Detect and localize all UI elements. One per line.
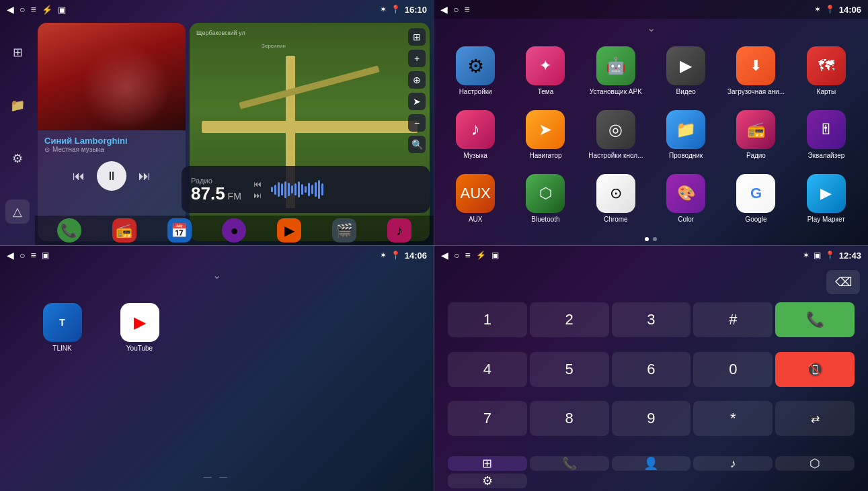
app-files[interactable]: 📁 Проводник [651, 103, 721, 167]
playmarket-icon: ▶ [807, 174, 846, 213]
app-theme[interactable]: ✦ Тема [510, 40, 580, 103]
quadrant-app-grid: ◀ ○ ≡ ✶ 📍 14:06 ⌄ ⚙ Настройки ✦ Тема 🤖 У… [434, 0, 868, 245]
back-icon-q2[interactable]: ◀ [440, 4, 448, 15]
music-source-icon: ⊙ [44, 146, 50, 153]
menu-icon-q4[interactable]: ≡ [465, 250, 470, 261]
menu-icon-q1[interactable]: ≡ [30, 4, 36, 15]
app-steer[interactable]: ◎ Настройки кнол... [581, 103, 651, 167]
dial-7[interactable]: 7 [448, 401, 527, 436]
app-nav[interactable]: ➤ Навигатор [510, 103, 580, 167]
sidebar-equalizer[interactable]: ⊞ [5, 40, 30, 64]
dialpad-tab-calls[interactable]: 📞 [530, 456, 609, 471]
music-album-art [38, 23, 186, 130]
dock-playstore[interactable]: ▶ [277, 218, 301, 242]
dialpad-tab-settings[interactable]: ⚙ [448, 474, 527, 488]
home-icon-q2[interactable]: ○ [453, 4, 459, 15]
map-zoom-in-btn[interactable]: − [408, 114, 426, 132]
dialpad-tab-contacts[interactable]: 👤 [612, 456, 691, 471]
files-icon: 📁 [666, 110, 705, 149]
dial-call[interactable]: 📞 [775, 302, 855, 337]
app-youtube[interactable]: ▶ YouTube [104, 299, 175, 357]
launcher-app-grid: T TLINK ▶ YouTube [0, 285, 434, 370]
prev-button[interactable]: ⏮ [73, 169, 85, 183]
back-icon-q1[interactable]: ◀ [7, 4, 14, 15]
dial-9[interactable]: 9 [612, 401, 691, 436]
dial-hash[interactable]: # [693, 302, 773, 337]
dial-5[interactable]: 5 [530, 352, 609, 387]
dial-1[interactable]: 1 [448, 302, 527, 337]
dial-star[interactable]: * [693, 401, 773, 436]
app-google[interactable]: G Google [721, 167, 791, 230]
radio-next-btn[interactable]: ⏭ [253, 191, 262, 200]
wave-bar-4 [281, 183, 283, 195]
dialpad-tab-keypad[interactable]: ⊞ [448, 456, 527, 471]
home-icon-q1[interactable]: ○ [19, 4, 25, 15]
backspace-button[interactable]: ⌫ [826, 270, 860, 294]
back-icon-q4[interactable]: ◀ [441, 250, 448, 261]
menu-icon-q3[interactable]: ≡ [30, 250, 36, 261]
dial-8[interactable]: 8 [530, 401, 609, 436]
radio-prev-next: ⏮ ⏭ [253, 179, 262, 200]
radio-icon: 📻 [736, 110, 775, 149]
radio-frequency: 87.5 [191, 185, 225, 202]
map-label-2: Зерсилин [262, 43, 286, 49]
sidebar-settings[interactable]: ⚙ [5, 146, 30, 171]
dial-0[interactable]: 0 [693, 352, 773, 387]
dialpad-tab-music[interactable]: ♪ [693, 456, 773, 471]
menu-icon-q2[interactable]: ≡ [464, 4, 469, 15]
app-eq[interactable]: 🎚 Эквалайзер [791, 103, 861, 167]
radio-band: FM [228, 191, 241, 202]
wave-bar-10 [301, 184, 303, 195]
app-bluetooth[interactable]: ⬡ Bluetooth [510, 167, 580, 230]
wave-bar-13 [311, 185, 313, 194]
app-radio[interactable]: 📻 Радио [721, 103, 791, 167]
app-loader[interactable]: ⬇ Загрузочная ани... [721, 40, 791, 103]
dialpad-tab-bluetooth[interactable]: ⬡ [775, 456, 855, 471]
steer-label: Настройки кнол... [588, 152, 643, 160]
dock-apps[interactable]: 📅 [167, 218, 192, 242]
sidebar-folder[interactable]: 📁 [5, 93, 30, 118]
map-recenter-btn[interactable]: ⊕ [408, 71, 426, 89]
map-layers-btn[interactable]: ⊞ [408, 28, 426, 46]
app-video[interactable]: ▶ Видео [651, 40, 721, 103]
map-search-btn[interactable]: 🔍 [408, 136, 426, 153]
wave-bar-14 [315, 182, 317, 197]
dock-radio[interactable]: 📻 [112, 218, 136, 242]
wave-bar-6 [288, 183, 290, 196]
next-button[interactable]: ⏭ [139, 169, 151, 183]
app-playmarket[interactable]: ▶ Play Маркет [791, 167, 861, 230]
app-tlink[interactable]: T TLINK [27, 299, 97, 357]
scroll-down-indicator-q2[interactable]: ⌄ [434, 19, 868, 37]
back-icon-q3[interactable]: ◀ [7, 250, 14, 261]
radio-prev-btn[interactable]: ⏮ [253, 179, 262, 189]
wave-bar-3 [278, 182, 280, 197]
dial-3[interactable]: 3 [612, 302, 691, 337]
play-pause-button[interactable]: ⏸ [97, 161, 126, 191]
home-icon-q4[interactable]: ○ [454, 250, 459, 261]
dialpad-bottom-bar: ⊞ 📞 👤 ♪ ⬡ ⚙ [434, 451, 868, 491]
dock-launcher[interactable]: ● [222, 218, 246, 242]
dial-4[interactable]: 4 [448, 352, 527, 387]
app-maps[interactable]: 🗺 Карты [791, 40, 861, 103]
app-aux[interactable]: AUX AUX [440, 167, 510, 230]
sidebar-android[interactable]: △ [5, 199, 30, 224]
dial-2[interactable]: 2 [530, 302, 609, 337]
bluetooth-icon-q3: ✶ [380, 251, 387, 260]
scroll-down-indicator-q3[interactable]: ⌄ [0, 265, 434, 285]
home-icon-q3[interactable]: ○ [19, 250, 25, 261]
map-zoom-out-btn[interactable]: + [408, 50, 426, 67]
dial-hangup[interactable]: 📵 [775, 352, 855, 387]
dock-video[interactable]: 🎬 [332, 218, 356, 242]
dial-transfer[interactable]: ⇄ [775, 401, 855, 436]
dial-6[interactable]: 6 [612, 352, 691, 387]
app-music[interactable]: ♪ Музыка [440, 103, 510, 167]
app-chrome[interactable]: ⊙ Chrome [581, 167, 651, 230]
app-apk[interactable]: 🤖 Установщик APK [581, 40, 651, 103]
theme-label: Тема [538, 88, 554, 96]
map-navigate-btn[interactable]: ➤ [408, 93, 426, 110]
screen-icon-q1: ▣ [58, 5, 66, 15]
app-settings[interactable]: ⚙ Настройки [440, 40, 510, 103]
app-color[interactable]: 🎨 Color [651, 167, 721, 230]
dock-phone[interactable]: 📞 [57, 218, 81, 242]
dock-music[interactable]: ♪ [387, 218, 411, 242]
